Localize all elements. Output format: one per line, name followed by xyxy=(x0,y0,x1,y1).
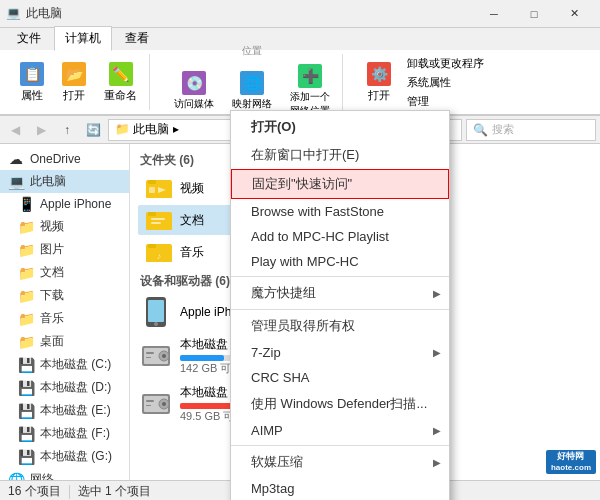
sidebar-label-drive-e: 本地磁盘 (E:) xyxy=(40,402,111,419)
nav-back-button[interactable]: ◀ xyxy=(4,119,26,141)
ctx-item-open-new-window[interactable]: 在新窗口中打开(E) xyxy=(231,141,449,169)
videos-folder-icon: 📁 xyxy=(18,219,34,235)
ribbon-btn-media[interactable]: 💿 访问媒体 xyxy=(168,69,220,113)
open-icon: 📂 xyxy=(62,62,86,86)
drive-g-icon: 💾 xyxy=(18,449,34,465)
ctx-item-browse-faststone[interactable]: Browse with FastStone xyxy=(231,199,449,224)
ctx-item-magic[interactable]: 魔方快捷组 ▶ xyxy=(231,279,449,307)
sidebar-label-music: 音乐 xyxy=(40,310,64,327)
sidebar-label-drive-f: 本地磁盘 (F:) xyxy=(40,425,110,442)
sidebar-item-documents[interactable]: 📁 文档 xyxy=(0,261,129,284)
ctx-label-browse-faststone: Browse with FastStone xyxy=(251,204,384,219)
ctx-item-admin[interactable]: 管理员取得所有权 xyxy=(231,312,449,340)
svg-rect-18 xyxy=(148,244,156,248)
sidebar-item-drive-f[interactable]: 💾 本地磁盘 (F:) xyxy=(0,422,129,445)
sidebar-item-drive-d[interactable]: 💾 本地磁盘 (D:) xyxy=(0,376,129,399)
aimp-arrow-icon: ▶ xyxy=(433,425,441,436)
drive-f-icon: 💾 xyxy=(18,426,34,442)
compress-arrow-icon: ▶ xyxy=(433,457,441,468)
svg-point-35 xyxy=(162,402,166,406)
tab-computer[interactable]: 计算机 xyxy=(54,26,112,51)
ctx-label-compress: 软媒压缩 xyxy=(251,453,303,471)
sidebar-item-thispc[interactable]: 💻 此电脑 xyxy=(0,170,129,193)
ctx-header-open: 打开(O) xyxy=(231,113,449,141)
nav-up-button[interactable]: ↑ xyxy=(56,119,78,141)
network-icon: 🌐 xyxy=(240,71,264,95)
ctx-sep-2 xyxy=(231,309,449,310)
device-drive-c-icon xyxy=(140,340,172,372)
sidebar-item-pictures[interactable]: 📁 图片 xyxy=(0,238,129,261)
sidebar-item-onedrive[interactable]: ☁ OneDrive xyxy=(0,148,129,170)
ctx-item-add-mpc[interactable]: Add to MPC-HC Playlist xyxy=(231,224,449,249)
sidebar-label-drive-g: 本地磁盘 (G:) xyxy=(40,448,112,465)
ribbon-btn-system[interactable]: ⚙️ 打开 xyxy=(361,60,397,105)
sidebar-label-onedrive: OneDrive xyxy=(30,152,81,166)
ctx-item-defender[interactable]: 使用 Windows Defender扫描... xyxy=(231,390,449,418)
ctx-item-7zip[interactable]: 7-Zip ▶ xyxy=(231,340,449,365)
folder-label-music: 音乐 xyxy=(180,244,204,261)
sidebar-item-drive-e[interactable]: 💾 本地磁盘 (E:) xyxy=(0,399,129,422)
ctx-item-compress[interactable]: 软媒压缩 ▶ xyxy=(231,448,449,476)
rename-icon: ✏️ xyxy=(109,62,133,86)
sidebar-item-network[interactable]: 🌐 网络 xyxy=(0,468,129,480)
sidebar-label-pictures: 图片 xyxy=(40,241,64,258)
svg-rect-31 xyxy=(146,357,151,358)
downloads-folder-icon: 📁 xyxy=(18,288,34,304)
ribbon-btn-uninstall[interactable]: 卸载或更改程序 xyxy=(403,55,488,72)
sidebar-item-desktop[interactable]: 📁 桌面 xyxy=(0,330,129,353)
ribbon-btn-sysinfo[interactable]: 系统属性 xyxy=(403,74,488,91)
sidebar-item-drive-g[interactable]: 💾 本地磁盘 (G:) xyxy=(0,445,129,468)
folder-label-document: 文档 xyxy=(180,212,204,229)
7zip-arrow-icon: ▶ xyxy=(433,347,441,358)
device-iphone-icon xyxy=(140,296,172,328)
ctx-label-mp3tag: Mp3tag xyxy=(251,481,294,496)
ribbon-content: 📋 属性 📂 打开 ✏️ 重命名 位置 💿 访问媒体 xyxy=(0,50,600,115)
search-box[interactable]: 🔍 搜索 xyxy=(466,119,596,141)
magic-arrow-icon: ▶ xyxy=(433,288,441,299)
ribbon-btn-manage[interactable]: 管理 xyxy=(403,93,488,110)
svg-rect-24 xyxy=(148,300,164,322)
thispc-icon: 💻 xyxy=(8,174,24,190)
minimize-button[interactable]: ─ xyxy=(474,0,514,28)
status-divider xyxy=(69,485,70,499)
ribbon-btn-rename[interactable]: ✏️ 重命名 xyxy=(98,60,143,105)
sidebar-item-music[interactable]: 📁 音乐 xyxy=(0,307,129,330)
ctx-item-mp3tag[interactable]: Mp3tag xyxy=(231,476,449,500)
svg-rect-11 xyxy=(151,218,165,220)
device-drive-d-icon xyxy=(140,388,172,420)
ctx-label-play-mpc: Play with MPC-HC xyxy=(251,254,359,269)
ctx-item-crc[interactable]: CRC SHA xyxy=(231,365,449,390)
ctx-label-crc: CRC SHA xyxy=(251,370,310,385)
ctx-item-pin-quick[interactable]: 固定到"快速访问" xyxy=(231,169,449,199)
ribbon-btn-open[interactable]: 📂 打开 xyxy=(56,60,92,105)
close-button[interactable]: ✕ xyxy=(554,0,594,28)
desktop-folder-icon: 📁 xyxy=(18,334,34,350)
ribbon-row-3: ⚙️ 打开 卸载或更改程序 系统属性 管理 xyxy=(361,55,488,110)
nav-refresh-button[interactable]: 🔄 xyxy=(82,119,104,141)
sidebar-item-videos[interactable]: 📁 视频 xyxy=(0,215,129,238)
ctx-item-aimp[interactable]: AIMP ▶ xyxy=(231,418,449,443)
ctx-label-7zip: 7-Zip xyxy=(251,345,281,360)
svg-point-25 xyxy=(154,322,158,326)
sidebar-item-downloads[interactable]: 📁 下载 xyxy=(0,284,129,307)
search-icon: 🔍 xyxy=(473,123,488,137)
nav-forward-button[interactable]: ▶ xyxy=(30,119,52,141)
ctx-label-add-mpc: Add to MPC-HC Playlist xyxy=(251,229,389,244)
sidebar-item-drive-c[interactable]: 💾 本地磁盘 (C:) xyxy=(0,353,129,376)
ctx-item-play-mpc[interactable]: Play with MPC-HC xyxy=(231,249,449,274)
pictures-folder-icon: 📁 xyxy=(18,242,34,258)
sidebar-item-iphone[interactable]: 📱 Apple iPhone xyxy=(0,193,129,215)
maximize-button[interactable]: □ xyxy=(514,0,554,28)
folder-video-icon xyxy=(146,176,174,200)
ribbon-group-system: ⚙️ 打开 卸载或更改程序 系统属性 管理 xyxy=(355,54,494,110)
folder-document-icon xyxy=(146,208,174,232)
tab-file[interactable]: 文件 xyxy=(6,26,52,50)
ribbon-group-location: 位置 💿 访问媒体 🌐 映射网络 ➕ 添加一个网络位置 xyxy=(162,54,343,110)
tab-view[interactable]: 查看 xyxy=(114,26,160,50)
search-placeholder: 搜索 xyxy=(492,122,514,137)
ribbon-btn-network[interactable]: 🌐 映射网络 xyxy=(226,69,278,113)
ribbon-btn-properties[interactable]: 📋 属性 xyxy=(14,60,50,105)
onedrive-icon: ☁ xyxy=(8,151,24,167)
ctx-sep-1 xyxy=(231,276,449,277)
sidebar-label-thispc: 此电脑 xyxy=(30,173,66,190)
